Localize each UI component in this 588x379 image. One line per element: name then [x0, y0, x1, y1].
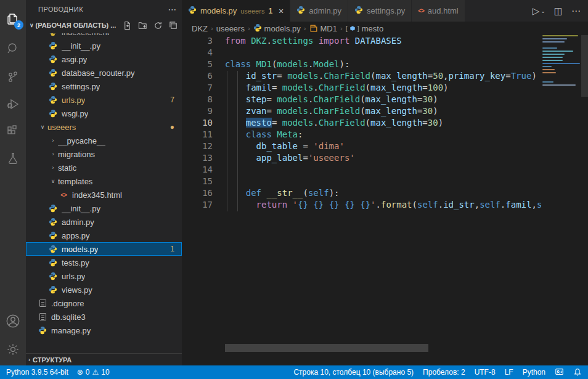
line-number: 15: [182, 176, 213, 187]
tree-item-views.py[interactable]: views.py: [26, 283, 182, 296]
tab-aud.html[interactable]: <>aud.html: [412, 0, 465, 22]
code-line-15[interactable]: 15: [182, 176, 541, 187]
minimap-line: [542, 41, 565, 43]
breadcrumb-DKZ[interactable]: DKZ: [192, 24, 208, 33]
code-line-9[interactable]: 9 zvan= models.CharField(max_length=30): [182, 105, 541, 117]
tree-folder-templates[interactable]: ∨templates: [26, 174, 182, 188]
minimap-line: [542, 38, 567, 39]
horizontal-scrollbar[interactable]: [225, 344, 428, 352]
tree-item-database_roouter.py[interactable]: database_roouter.py: [26, 66, 182, 79]
breadcrumb-separator: ›: [248, 25, 250, 32]
indentation[interactable]: Пробелов: 2: [423, 368, 465, 377]
testing-icon[interactable]: [0, 145, 26, 171]
minimap-line: [542, 66, 552, 67]
tree-item-manage.py[interactable]: manage.py: [26, 324, 182, 337]
python-interpreter[interactable]: Python 3.9.5 64-bit: [6, 368, 68, 377]
tree-item-__init__.py[interactable]: __init__.py: [26, 202, 182, 215]
new-folder-icon[interactable]: [138, 21, 147, 30]
workspace-section-header[interactable]: ∨ (РАБОЧАЯ ОБЛАСТЬ) ...: [26, 18, 182, 32]
refresh-icon[interactable]: [153, 21, 163, 30]
minimap-line: [542, 63, 580, 64]
close-icon[interactable]: ×: [279, 6, 284, 16]
source-control-icon[interactable]: [0, 64, 26, 90]
breadcrumb-useeers[interactable]: useeers: [216, 24, 245, 33]
tree-item-indexelement[interactable]: indexelement: [26, 33, 182, 39]
minimap-line: [542, 54, 565, 55]
tab-models.py[interactable]: models.pyuseeers1×: [182, 0, 290, 22]
collapse-all-icon[interactable]: [169, 21, 178, 30]
code-line-10[interactable]: 10 mesto= models.CharField(max_length=30…: [182, 117, 541, 129]
vertical-scrollbar[interactable]: [581, 35, 588, 97]
tree-folder-migrations[interactable]: ›migrations: [26, 147, 182, 161]
code-line-4[interactable]: 4: [182, 47, 541, 59]
new-file-icon[interactable]: [123, 21, 132, 30]
minimap-line: [542, 69, 555, 70]
sidebar-title-row: ПРОВОДНИК ⋯: [26, 0, 182, 18]
minimap-line: [542, 47, 557, 49]
sidebar-more-icon[interactable]: ⋯: [168, 4, 178, 14]
settings-gear-icon[interactable]: [0, 336, 26, 362]
code-line-6[interactable]: 6 id_str= models.CharField(max_length=50…: [182, 70, 541, 82]
code-line-14[interactable]: 14: [182, 164, 541, 176]
code-line-3[interactable]: 3from DKZ.settings import DATABASES: [182, 35, 541, 47]
tree-folder-__pycache__[interactable]: ›__pycache__: [26, 134, 182, 147]
minimap-line: [542, 72, 556, 73]
breadcrumb-models.py[interactable]: models.py: [253, 23, 301, 34]
chevron-right-icon: ›: [48, 137, 58, 144]
tree-item-__init__.py[interactable]: __init__.py: [26, 39, 182, 52]
tree-item-apps.py[interactable]: apps.py: [26, 229, 182, 242]
explorer-sidebar: ПРОВОДНИК ⋯ ∨ (РАБОЧАЯ ОБЛАСТЬ) ... inde…: [26, 0, 182, 365]
line-number: 14: [182, 164, 213, 176]
problems-indicator[interactable]: ⊗ 0 ⚠ 10: [77, 368, 110, 377]
feedback-icon[interactable]: [555, 368, 564, 377]
editor-more-button[interactable]: ⋯: [571, 6, 581, 17]
tree-item-urls.py[interactable]: urls.py: [26, 269, 182, 283]
notifications-bell-icon[interactable]: [573, 368, 582, 377]
code-line-8[interactable]: 8 step= models.CharField(max_length=30): [182, 94, 541, 105]
code-line-16[interactable]: 16 def __str__(self):: [182, 187, 541, 199]
tree-item-wsgi.py[interactable]: wsgi.py: [26, 107, 182, 120]
tree-item-db.sqlite3[interactable]: db.sqlite3: [26, 310, 182, 324]
chevron-down-icon: ∨: [38, 124, 47, 130]
tree-folder-useeers[interactable]: ∨useeers●: [26, 120, 182, 134]
minimap[interactable]: [541, 35, 581, 343]
code-editor[interactable]: 3from DKZ.settings import DATABASES45cla…: [182, 35, 541, 343]
eol-sequence[interactable]: LF: [505, 368, 513, 377]
tab-admin.py[interactable]: admin.py: [290, 0, 348, 22]
tree-folder-static[interactable]: ›static: [26, 161, 182, 174]
tree-item-settings.py[interactable]: settings.py: [26, 79, 182, 93]
tree-item-models.py[interactable]: models.py1: [26, 242, 182, 256]
problems-badge: 7: [170, 96, 174, 104]
account-icon[interactable]: [0, 308, 26, 334]
breadcrumb-mesto[interactable]: []mesto: [346, 24, 384, 33]
run-button[interactable]: ▷⌄: [533, 6, 545, 17]
code-line-13[interactable]: 13 app_label='useeers': [182, 152, 541, 164]
tree-item-index345.html[interactable]: <>index345.html: [26, 188, 182, 202]
structure-section-header[interactable]: › СТРУКТУРА: [26, 353, 182, 365]
chevron-right-icon: ›: [28, 357, 30, 363]
chevron-down-icon: ∨: [30, 22, 34, 28]
tab-settings.py[interactable]: settings.py: [348, 0, 412, 22]
split-editor-button[interactable]: ◫: [554, 6, 563, 17]
code-line-17[interactable]: 17 return '{} {} {} {} {}'.format(self.i…: [182, 199, 541, 211]
tree-item-asgi.py[interactable]: asgi.py: [26, 52, 182, 66]
tree-item-.dcignore[interactable]: .dcignore: [26, 296, 182, 310]
run-debug-icon[interactable]: [0, 91, 26, 117]
extensions-icon[interactable]: [0, 118, 26, 144]
editor-actions: ▷⌄ ◫ ⋯: [525, 0, 588, 22]
line-number: 5: [182, 59, 213, 70]
cursor-position[interactable]: Строка 10, столбец 10 (выбрано 5): [293, 368, 414, 377]
code-line-11[interactable]: 11 class Meta:: [182, 129, 541, 141]
encoding[interactable]: UTF-8: [475, 368, 496, 377]
code-line-5[interactable]: 5class MD1(models.Model):: [182, 59, 541, 70]
explorer-icon[interactable]: 2: [0, 6, 26, 32]
tree-item-urls.py[interactable]: urls.py7: [26, 93, 182, 107]
tree-item-admin.py[interactable]: admin.py: [26, 215, 182, 229]
tree-item-tests.py[interactable]: tests.py: [26, 256, 182, 269]
breadcrumb-MD1[interactable]: MD1: [309, 24, 337, 33]
code-line-7[interactable]: 7 famil= models.CharField(max_length=100…: [182, 82, 541, 94]
search-icon[interactable]: [0, 36, 26, 62]
code-line-12[interactable]: 12 db_table = 'dima': [182, 141, 541, 152]
line-number: 7: [182, 82, 213, 94]
language-mode[interactable]: Python: [523, 368, 545, 377]
